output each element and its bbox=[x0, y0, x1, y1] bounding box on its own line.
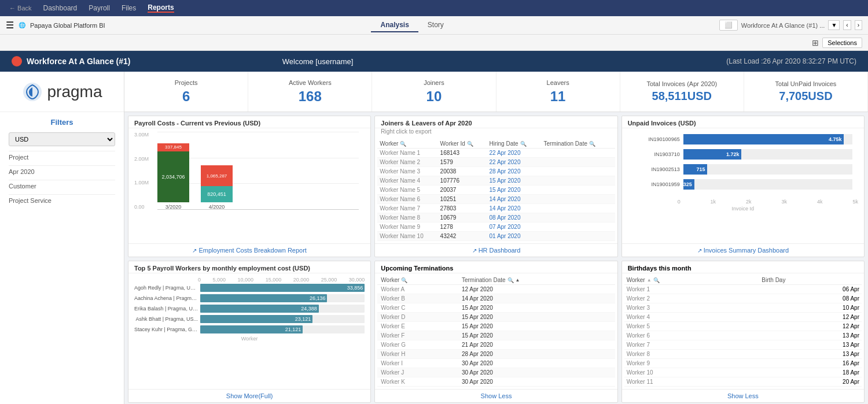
hiring-date: 15 Apr 2020 bbox=[487, 176, 542, 186]
sidebar-filters: Filters USD Project Apr 2020 Customer Pr… bbox=[0, 112, 124, 214]
worker-name: Worker 1 bbox=[624, 285, 760, 294]
worker-fill: 21,121 bbox=[200, 325, 303, 333]
table-row: Worker Name 3 20038 28 Apr 2020 bbox=[377, 167, 615, 176]
toolbar: ☰ 🌐 Papaya Global Platform BI Analysis S… bbox=[0, 16, 868, 35]
upcoming-body: Worker🔍 Termination Date🔍▲ Worker A 12 A… bbox=[375, 273, 617, 389]
list-item: Worker E 15 Apr 2020 bbox=[377, 322, 615, 331]
invoices-chart: IN190100965 4.75k IN1903710 1.72k IN1900… bbox=[628, 132, 858, 197]
filter-project[interactable]: Project bbox=[9, 151, 115, 163]
kpi-leavers: Leavers 11 bbox=[496, 72, 620, 112]
term-date bbox=[541, 223, 615, 232]
hr-dashboard-btn[interactable]: ↗ HR Dashboard bbox=[375, 243, 617, 257]
inv-axis-label: Invoice Id bbox=[628, 206, 858, 212]
inv-x-axis: 01k2k3k4k5k bbox=[678, 199, 858, 205]
term-date: 15 Apr 2020 bbox=[458, 313, 615, 322]
worker-name: Worker 8 bbox=[624, 350, 760, 359]
tab-analysis[interactable]: Analysis bbox=[371, 18, 418, 32]
invoice-value: 715 bbox=[696, 166, 705, 172]
kpi-joiners-label: Joiners bbox=[424, 79, 444, 86]
list-item: Worker 2 08 Apr bbox=[624, 294, 862, 303]
top5-x-labels: 05,00010,00015,00020,00025,00030,000 bbox=[198, 277, 365, 283]
term-date: 21 Apr 2020 bbox=[458, 340, 615, 350]
kpi-active-workers-label: Active Workers bbox=[289, 79, 332, 86]
hiring-date: 22 Apr 2020 bbox=[487, 158, 542, 167]
kpi-active-workers-value: 168 bbox=[299, 88, 322, 105]
kpi-active-workers: Active Workers 168 bbox=[248, 72, 372, 112]
list-item: Worker 10 18 Apr bbox=[624, 368, 862, 377]
show-less-upcoming-btn[interactable]: Show Less bbox=[375, 389, 617, 402]
birth-day: 18 Apr bbox=[759, 368, 862, 377]
list-item: Worker 1 06 Apr bbox=[624, 285, 862, 294]
employment-costs-btn[interactable]: ↗ Employment Costs Breakdown Report bbox=[128, 243, 370, 257]
term-date bbox=[541, 176, 615, 186]
filter-date[interactable]: Apr 2020 bbox=[9, 165, 115, 177]
table-row: Worker Name 2 1579 22 Apr 2020 bbox=[377, 158, 615, 167]
show-more-btn[interactable]: Show More(Full) bbox=[128, 389, 370, 402]
workspace-dropdown[interactable]: ▼ bbox=[828, 20, 840, 30]
menu-icon[interactable]: ☰ bbox=[6, 20, 14, 31]
invoice-bar-row: IN190100965 4.75k bbox=[634, 134, 852, 144]
selections-button[interactable]: Selections bbox=[822, 38, 862, 48]
payroll-costs-title: Payroll Costs - Current vs Previous (USD… bbox=[128, 116, 370, 128]
list-item: Worker 3 10 Apr bbox=[624, 303, 862, 313]
bar-group-2: 1,065,287 820,451 4/2020 bbox=[201, 165, 233, 210]
worker-bar-row: Ashk Bhatt | Pragma, US... 23,121 bbox=[134, 315, 365, 323]
upcoming-terminations-card: Upcoming Terminations Worker🔍 Terminatio… bbox=[374, 261, 617, 403]
show-less-bday-btn[interactable]: Show Less bbox=[622, 389, 864, 402]
invoices-summary-btn[interactable]: ↗ Invoices Summary Dashboard bbox=[622, 243, 864, 257]
top5-title: Top 5 Payroll Workers by monthly employm… bbox=[128, 261, 370, 273]
table-row: Worker Name 1 168143 22 Apr 2020 bbox=[377, 149, 615, 158]
term-date: 28 Apr 2020 bbox=[458, 350, 615, 359]
back-button[interactable]: ← Back bbox=[9, 5, 32, 12]
list-item: Worker 5 12 Apr bbox=[624, 322, 862, 331]
worker-name: Worker Name 4 bbox=[377, 176, 437, 186]
birthdays-card: Birthdays this month Worker▲🔍 Birth Day … bbox=[621, 261, 865, 403]
worker-name: Worker 10 bbox=[624, 368, 760, 377]
term-date: 15 Apr 2020 bbox=[458, 322, 615, 331]
worker-track: 21,121 bbox=[200, 325, 365, 333]
content-area: Projects 6 Active Workers 168 Joiners 10… bbox=[124, 72, 868, 404]
nav-prev[interactable]: ‹ bbox=[843, 20, 851, 30]
term-date bbox=[541, 167, 615, 176]
kpi-total-invoices: Total Invoices (Apr 2020) 58,511USD bbox=[620, 72, 744, 112]
invoice-fill: 715 bbox=[683, 164, 708, 175]
table-row: Worker Name 4 107776 15 Apr 2020 bbox=[377, 176, 615, 186]
worker-name: Worker Name 8 bbox=[377, 213, 437, 223]
nav-reports[interactable]: Reports bbox=[148, 3, 174, 13]
grid-view-icon[interactable]: ⊞ bbox=[812, 38, 819, 47]
birth-day: 08 Apr bbox=[759, 294, 862, 303]
invoice-fill: 1.72k bbox=[683, 149, 742, 160]
bar-2-main: 820,451 bbox=[201, 186, 233, 202]
worker-name: Worker 9 bbox=[624, 359, 760, 368]
bar-label-2: 4/2020 bbox=[209, 204, 225, 210]
nav-payroll[interactable]: Payroll bbox=[89, 4, 110, 12]
invoice-bar-row: IN1903710 1.72k bbox=[634, 149, 852, 160]
top5-bars: Agoh Redly | Pragma, US... 33,856 Aachin… bbox=[134, 284, 365, 333]
new-sheet-button[interactable]: ⬜ bbox=[719, 20, 738, 31]
filter-project-service[interactable]: Project Service bbox=[9, 194, 115, 206]
upcoming-title: Upcoming Terminations bbox=[381, 265, 453, 272]
list-item: Worker G 21 Apr 2020 bbox=[377, 340, 615, 350]
nav-dashboard[interactable]: Dashboard bbox=[43, 4, 78, 12]
bar-2: 1,065,287 820,451 bbox=[201, 165, 233, 202]
dashboard-header: Workforce At A Glance (#1) Welcome [user… bbox=[0, 51, 868, 72]
bar-label-1: 3/2020 bbox=[165, 204, 182, 210]
worker-name: Worker Name 1 bbox=[377, 149, 437, 158]
invoice-bar-row: IN19002513 715 bbox=[634, 164, 852, 175]
term-date bbox=[541, 204, 615, 213]
tab-story[interactable]: Story bbox=[418, 18, 453, 32]
list-item: Worker D 15 Apr 2020 bbox=[377, 313, 615, 322]
nav-next[interactable]: › bbox=[855, 20, 862, 30]
joiners-leavers-body: Worker🔍 Worker Id🔍 Hiring Date🔍 Terminat… bbox=[375, 137, 617, 243]
filter-customer[interactable]: Customer bbox=[9, 180, 115, 192]
nav-files[interactable]: Files bbox=[122, 4, 136, 12]
kpi-joiners-value: 10 bbox=[426, 88, 442, 105]
worker-name: Worker K bbox=[377, 377, 458, 387]
currency-filter[interactable]: USD bbox=[9, 132, 115, 146]
kpi-unpaid-invoices-value: 7,705USD bbox=[779, 90, 832, 103]
selections-bar: ⊞ Selections bbox=[0, 35, 868, 51]
hiring-date: 01 Apr 2020 bbox=[487, 232, 542, 241]
worker-id: 20037 bbox=[438, 186, 487, 195]
table-row: Worker Name 9 1278 07 Apr 2020 bbox=[377, 223, 615, 232]
worker-fill: 24,388 bbox=[200, 305, 319, 313]
